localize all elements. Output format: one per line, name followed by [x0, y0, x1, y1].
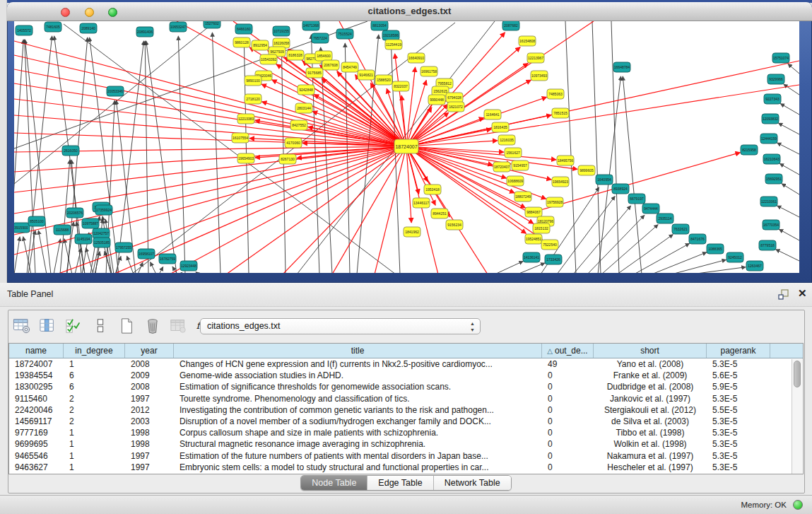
- table-cell[interactable]: 1997: [125, 394, 174, 404]
- memory-ok-indicator-icon[interactable]: [793, 500, 803, 510]
- table-cell[interactable]: Tourette syndrome. Phenomenology and cla…: [174, 394, 542, 404]
- select-all-icon[interactable]: [64, 316, 85, 336]
- table-cell[interactable]: 5.3E-5: [707, 359, 770, 369]
- graph-node[interactable]: 16958107: [138, 249, 155, 259]
- graph-node[interactable]: 19218586: [382, 30, 399, 40]
- scrollbar-thumb[interactable]: [794, 361, 801, 387]
- graph-node[interactable]: 8471676: [689, 234, 706, 244]
- graph-node[interactable]: 19654903: [237, 153, 254, 163]
- float-panel-icon[interactable]: [777, 288, 789, 300]
- graph-node[interactable]: 8779518: [759, 240, 776, 250]
- table-cell[interactable]: 5.3E-5: [707, 439, 770, 449]
- graph-node[interactable]: 9860128: [233, 37, 250, 47]
- table-cell[interactable]: Dudbridge et al. (2008): [594, 382, 707, 392]
- table-cell[interactable]: Estimation of significance thresholds fo…: [174, 382, 542, 392]
- graph-node[interactable]: 16640910: [408, 53, 425, 63]
- network-view-canvas[interactable]: 1405572748160520891402089140610653247152…: [14, 21, 799, 273]
- column-header-year[interactable]: year: [125, 344, 174, 358]
- table-cell[interactable]: 6: [64, 370, 125, 380]
- table-cell[interactable]: Disruption of a novel member of a sodium…: [174, 416, 542, 426]
- new-document-icon[interactable]: [116, 316, 137, 336]
- table-row[interactable]: 946554611997Estimation of the future num…: [9, 450, 803, 462]
- graph-node[interactable]: 9156234: [446, 220, 463, 230]
- table-cell[interactable]: Stergiakouli et al. (2012): [594, 405, 707, 415]
- table-cell[interactable]: 5.3E-5: [707, 428, 770, 438]
- graph-node[interactable]: 4170060: [285, 138, 302, 148]
- graph-node[interactable]: 2803144: [295, 103, 312, 113]
- graph-node[interactable]: 16107554: [232, 133, 249, 143]
- table-cell[interactable]: Franke et al. (2009): [594, 370, 707, 380]
- graph-node[interactable]: 18720407: [493, 162, 510, 172]
- table-cell[interactable]: 1998: [125, 428, 174, 438]
- column-header-in_degree[interactable]: in_degree: [64, 344, 125, 358]
- graph-node[interactable]: 8454749: [341, 62, 358, 72]
- graph-node[interactable]: 8186328: [287, 50, 304, 60]
- graph-node[interactable]: 10688609: [507, 176, 524, 186]
- table-cell[interactable]: 5.9E-5: [707, 382, 770, 392]
- table-cell[interactable]: 1: [64, 462, 125, 472]
- table-cell[interactable]: 0: [542, 439, 594, 449]
- table-cell[interactable]: 5.5E-5: [707, 405, 770, 415]
- graph-node[interactable]: 12505185: [93, 238, 110, 247]
- graph-node[interactable]: 10973493: [531, 71, 548, 81]
- table-cell[interactable]: 9465546: [9, 451, 64, 461]
- graph-node[interactable]: 8938924: [612, 184, 629, 194]
- table-settings-icon[interactable]: [11, 316, 33, 336]
- table-cell[interactable]: 0: [542, 405, 594, 415]
- table-cell[interactable]: Structural magnetic resonance image aver…: [174, 439, 542, 449]
- graph-node[interactable]: 12210061: [760, 197, 777, 206]
- graph-node[interactable]: 18724007: [394, 139, 418, 153]
- table-row[interactable]: 977716911998Corpus callosum shape and si…: [9, 427, 803, 438]
- column-header-short[interactable]: short: [594, 344, 707, 358]
- table-selector-dropdown[interactable]: citations_edges.txt ▲▼: [200, 318, 481, 334]
- table-cell[interactable]: 18300295: [9, 382, 64, 392]
- table-row[interactable]: 911546021997Tourette syndrome. Phenomeno…: [9, 393, 803, 404]
- graph-node[interactable]: 20206576: [66, 208, 83, 218]
- table-cell[interactable]: 1: [64, 359, 125, 369]
- graph-node[interactable]: 16210643: [763, 154, 780, 164]
- table-cell[interactable]: 5.3E-5: [707, 416, 770, 426]
- table-cell[interactable]: 49: [542, 359, 594, 369]
- graph-node[interactable]: 1953418: [424, 185, 441, 194]
- table-cell[interactable]: 2: [64, 394, 125, 404]
- table-cell[interactable]: 18724007: [9, 359, 64, 369]
- graph-node[interactable]: 10653247: [170, 22, 187, 32]
- table-cell[interactable]: 9699695: [9, 439, 64, 449]
- table-cell[interactable]: 1: [64, 451, 125, 461]
- table-cell[interactable]: 2: [64, 405, 125, 415]
- graph-node[interactable]: 2616050: [62, 146, 79, 156]
- column-header-out_de[interactable]: △out_de...: [542, 344, 594, 358]
- graph-node[interactable]: 8813054: [371, 21, 388, 30]
- tab-edge-table[interactable]: Edge Table: [367, 476, 433, 490]
- graph-node[interactable]: 1088365: [707, 244, 724, 254]
- table-cell[interactable]: 1: [64, 428, 125, 438]
- graph-node[interactable]: 1164641: [484, 110, 501, 119]
- table-cell[interactable]: 6: [64, 382, 125, 392]
- graph-node[interactable]: 7485063: [547, 89, 564, 99]
- rows-icon[interactable]: [90, 316, 111, 336]
- table-row[interactable]: 1872400712008Changes of HCN gene express…: [9, 358, 803, 370]
- close-panel-icon[interactable]: ✕: [798, 287, 809, 298]
- table-row[interactable]: 1830029562008Estimation of significance …: [9, 381, 803, 392]
- graph-node[interactable]: 16782759: [159, 254, 176, 264]
- table-cell[interactable]: 1997: [125, 462, 174, 472]
- graph-node[interactable]: 1854600: [315, 51, 332, 61]
- graph-node[interactable]: 9329966: [767, 74, 784, 84]
- table-cell[interactable]: Yano et al. (2008): [594, 359, 707, 369]
- graph-node[interactable]: 6794028: [446, 93, 463, 103]
- graph-node[interactable]: 9154957: [512, 160, 529, 170]
- table-cell[interactable]: Genome-wide association studies in ADHD.: [174, 370, 542, 380]
- table-cell[interactable]: Investigating the contribution of common…: [174, 405, 542, 415]
- graph-node[interactable]: 9146821: [358, 70, 375, 80]
- graph-node[interactable]: 16154808: [519, 36, 536, 46]
- table-cell[interactable]: 19384554: [9, 370, 64, 380]
- graph-node[interactable]: 10975887: [82, 218, 99, 228]
- table-cell[interactable]: 0: [542, 462, 594, 472]
- graph-node[interactable]: 17359924: [95, 205, 112, 215]
- graph-node[interactable]: 6679197: [628, 194, 645, 204]
- graph-node[interactable]: 9884067: [525, 207, 542, 217]
- graph-node[interactable]: 9899605: [578, 165, 595, 175]
- table-cell[interactable]: Estimation of the future numbers of pati…: [174, 451, 542, 461]
- table-cell[interactable]: 9115460: [9, 394, 64, 404]
- graph-node[interactable]: 12923448: [180, 261, 197, 271]
